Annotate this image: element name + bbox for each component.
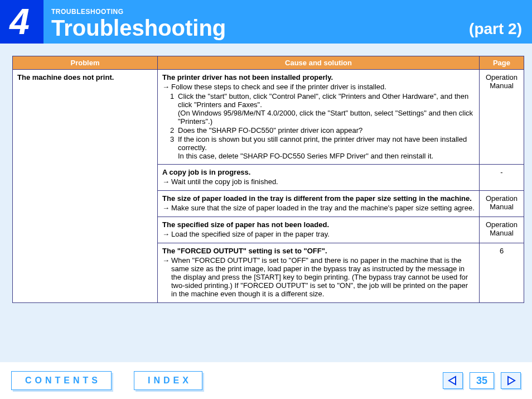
steps-list: 1 Click the "start" button, click "Contr…	[162, 92, 475, 160]
step-sub: (On Windows 95/98/Me/NT 4.0/2000, click …	[178, 109, 475, 126]
table-header-row: Problem Cause and solution Page	[13, 56, 524, 70]
list-item: 1 Click the "start" button, click "Contr…	[178, 92, 475, 126]
index-button[interactable]: INDEX	[134, 371, 202, 390]
content-area: Problem Cause and solution Page The mach…	[0, 44, 532, 303]
prev-page-button[interactable]	[443, 372, 463, 389]
cause-cell: The specified size of paper has not been…	[158, 217, 480, 243]
page-ref: Operation Manual	[480, 70, 524, 165]
chapter-number: 4	[0, 0, 43, 44]
col-cause: Cause and solution	[158, 56, 480, 70]
cause-cell: The printer driver has not been installe…	[158, 70, 480, 165]
page-ref: Operation Manual	[480, 191, 524, 217]
action-line: → When "FORCED OUTPUT" is set to "OFF" a…	[162, 256, 475, 298]
contents-button[interactable]: CONTENTS	[11, 371, 112, 390]
cause-cell: The "FORCED OUTPUT" setting is set to "O…	[158, 243, 480, 303]
step-num: 1	[170, 92, 174, 100]
cause-cell: A copy job is in progress. → Wait until …	[158, 165, 480, 191]
arrow-icon: →	[162, 230, 171, 238]
cause-title: The printer driver has not been installe…	[162, 73, 475, 81]
table-row: The machine does not print. The printer …	[13, 70, 524, 165]
arrow-icon: →	[162, 83, 171, 91]
triangle-right-icon	[506, 376, 516, 386]
page-ref: -	[480, 165, 524, 191]
page-number: 35	[470, 372, 494, 389]
cause-title: The size of paper loaded in the tray is …	[162, 194, 475, 203]
action-line: → Wait until the copy job is finished.	[162, 177, 475, 186]
list-item: 2 Does the "SHARP FO-DC550" printer driv…	[178, 126, 475, 134]
part-label: (part 2)	[469, 20, 522, 38]
page-header: 4 TROUBLESHOOTING Troubleshooting (part …	[0, 0, 532, 44]
action-line: → Follow these steps to check and see if…	[162, 83, 475, 91]
problem-cell: The machine does not print.	[13, 70, 158, 303]
pager: 35	[443, 372, 521, 389]
action-text: Make sure that the size of paper loaded …	[171, 204, 475, 212]
page-ref: 6	[480, 243, 524, 303]
next-page-button[interactable]	[501, 372, 521, 389]
step-text: Does the "SHARP FO-DC550" printer driver…	[178, 126, 362, 134]
step-text: Click the "start" button, click "Control…	[178, 92, 468, 109]
cause-title: The "FORCED OUTPUT" setting is set to "O…	[162, 247, 475, 255]
header-text: TROUBLESHOOTING Troubleshooting (part 2)	[43, 0, 532, 44]
page-title: Troubleshooting	[51, 17, 532, 39]
col-page: Page	[480, 56, 524, 70]
cause-title: A copy job is in progress.	[162, 168, 475, 176]
action-text: When "FORCED OUTPUT" is set to "OFF" and…	[171, 256, 475, 298]
section-label: TROUBLESHOOTING	[51, 8, 532, 16]
list-item: 3 If the icon is shown but you still can…	[178, 135, 475, 160]
action-text: Load the specified size of paper in the …	[171, 230, 475, 238]
step-sub: In this case, delete "SHARP FO-DC550 Ser…	[178, 152, 475, 160]
svg-marker-1	[508, 377, 515, 384]
footer: CONTENTS INDEX 35	[0, 362, 532, 399]
action-text: Follow these steps to check and see if t…	[171, 83, 475, 91]
arrow-icon: →	[162, 204, 171, 212]
page-ref: Operation Manual	[480, 217, 524, 243]
arrow-icon: →	[162, 177, 171, 186]
step-num: 2	[170, 126, 174, 134]
triangle-left-icon	[448, 376, 458, 386]
step-text: If the icon is shown but you still canno…	[178, 135, 467, 152]
action-line: → Make sure that the size of paper loade…	[162, 204, 475, 212]
action-text: Wait until the copy job is finished.	[171, 177, 475, 186]
action-line: → Load the specified size of paper in th…	[162, 230, 475, 238]
cause-title: The specified size of paper has not been…	[162, 220, 475, 229]
svg-marker-0	[449, 377, 456, 384]
troubleshooting-table: Problem Cause and solution Page The mach…	[12, 56, 524, 303]
step-num: 3	[170, 135, 174, 143]
col-problem: Problem	[13, 56, 158, 70]
cause-cell: The size of paper loaded in the tray is …	[158, 191, 480, 217]
arrow-icon: →	[162, 256, 171, 298]
